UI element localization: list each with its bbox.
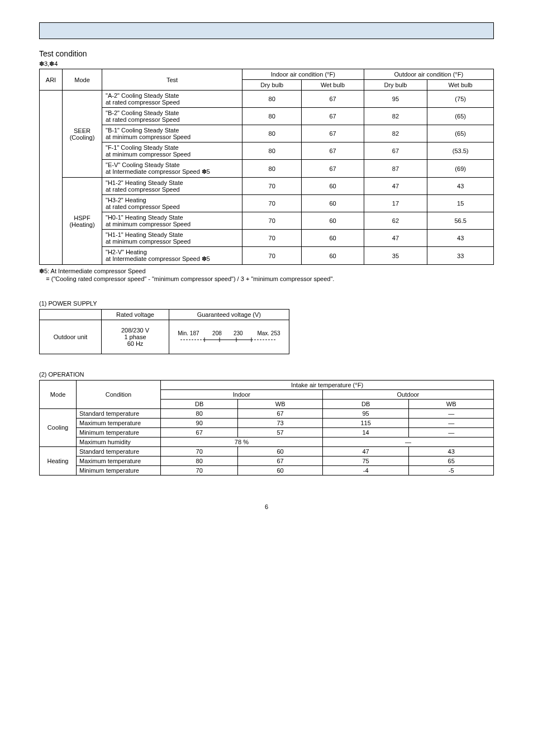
cell-val: —: [409, 408, 494, 418]
cell-val: 35: [364, 247, 427, 265]
th-mode: Mode: [63, 69, 102, 91]
cell-val: 60: [302, 230, 364, 247]
cell-val: 82: [364, 125, 427, 142]
cell-val: 60: [302, 247, 364, 265]
cell-val: 67: [302, 125, 364, 142]
th-outdoor: Outdoor air condition (°F): [364, 69, 493, 80]
cell-cond: Standard temperature: [77, 446, 161, 456]
cell-val: 70: [242, 230, 302, 247]
cell-val: 78 %: [161, 437, 323, 446]
cell-val: 75: [322, 456, 409, 465]
cell-val: 95: [364, 91, 427, 108]
th-dry-2: Dry bulb: [364, 80, 427, 91]
gauge-max: Max. 253: [250, 330, 280, 336]
gauge-208: 208: [207, 330, 227, 336]
cell-val: 67: [364, 142, 427, 160]
cell-val: 43: [427, 178, 494, 195]
cell-val: (53.5): [427, 142, 494, 160]
cell-val: 60: [238, 446, 322, 456]
cell-val: 70: [242, 247, 302, 265]
cell-val: 60: [302, 195, 364, 212]
cell-val: —: [409, 427, 494, 437]
cell-test: "A-2" Cooling Steady State at rated comp…: [102, 91, 242, 108]
cell-val: 60: [238, 465, 322, 475]
footnote: ✽5: At Intermediate compressor Speed = (…: [39, 267, 494, 283]
th-idb: DB: [161, 399, 238, 408]
table-row: "F-1" Cooling Steady State at minimum co…: [40, 142, 494, 160]
cell-val: 87: [364, 160, 427, 178]
cell-val: 17: [364, 195, 427, 212]
cell-val: -4: [322, 465, 409, 475]
th-blank: [40, 309, 102, 320]
cell-val: 62: [364, 212, 427, 230]
cell-val: 33: [427, 247, 494, 265]
cell-val: 70: [242, 212, 302, 230]
cell-val: 70: [161, 446, 238, 456]
header-bar: [39, 22, 494, 39]
th-owb: WB: [409, 399, 494, 408]
power-table: Rated voltage Guaranteed voltage (V) Out…: [39, 309, 289, 354]
cell-val: 70: [242, 178, 302, 195]
table-row: "B-1" Cooling Steady State at minimum co…: [40, 125, 494, 142]
cell-cond: Minimum temperature: [77, 427, 161, 437]
cell-test: "F-1" Cooling Steady State at minimum co…: [102, 142, 242, 160]
cell-seer: SEER (Cooling): [63, 91, 102, 178]
cell-val: —: [322, 437, 493, 446]
cell-test: "E-V" Cooling Steady State at Intermedia…: [102, 160, 242, 178]
cell-val: (65): [427, 125, 494, 142]
cell-val: 14: [322, 427, 409, 437]
cell-cond: Maximum temperature: [77, 418, 161, 427]
gauge-line-icon: [178, 336, 278, 343]
cell-val: 67: [302, 142, 364, 160]
table-row: Maximum temperature80677565: [40, 456, 494, 465]
cell-val: 67: [302, 108, 364, 125]
table-row: HSPF (Heating)"H1-2" Heating Steady Stat…: [40, 178, 494, 195]
operation-table: Mode Condition Intake air temperature (°…: [39, 380, 494, 476]
cell-test: "H2-V" Heating at Intermediate compresso…: [102, 247, 242, 265]
cell-val: 80: [242, 91, 302, 108]
table-row: "H2-V" Heating at Intermediate compresso…: [40, 247, 494, 265]
cell-val: 67: [238, 408, 322, 418]
cell-val: 80: [161, 456, 238, 465]
table-row: Maximum temperature9073115—: [40, 418, 494, 427]
cell-val: 73: [238, 418, 322, 427]
table-row: HeatingStandard temperature70604743: [40, 446, 494, 456]
cell-test: "H1-2" Heating Steady State at rated com…: [102, 178, 242, 195]
gauge-230: 230: [229, 330, 248, 336]
th-dry-1: Dry bulb: [242, 80, 302, 91]
table-row: "B-2" Cooling Steady State at rated comp…: [40, 108, 494, 125]
cell-val: 67: [302, 91, 364, 108]
table-row: Maximum humidity78 %—: [40, 437, 494, 446]
th-op-mode: Mode: [40, 380, 77, 408]
cell-val: 43: [427, 230, 494, 247]
cell-val: 60: [302, 212, 364, 230]
cell-cooling: Cooling: [40, 408, 77, 446]
th-guaranteed: Guaranteed voltage (V): [169, 309, 289, 320]
table-row: "E-V" Cooling Steady State at Intermedia…: [40, 160, 494, 178]
cell-val: 115: [322, 418, 409, 427]
cell-test: "B-2" Cooling Steady State at rated comp…: [102, 108, 242, 125]
th-iwb: WB: [238, 399, 322, 408]
cell-val: 47: [322, 446, 409, 456]
footnote-line1: ✽5: At Intermediate compressor Speed: [39, 268, 146, 274]
table-row: CoolingStandard temperature806795—: [40, 408, 494, 418]
cell-cond: Minimum temperature: [77, 465, 161, 475]
cell-val: 80: [242, 142, 302, 160]
cell-val: (69): [427, 160, 494, 178]
th-intake: Intake air temperature (°F): [161, 380, 494, 389]
th-indoor: Indoor air condition (°F): [242, 69, 364, 80]
th-op-outdoor: Outdoor: [322, 389, 493, 399]
cell-rated: 208/230 V 1 phase 60 Hz: [102, 320, 169, 354]
cell-unit: Outdoor unit: [40, 320, 102, 354]
th-op-cond: Condition: [77, 380, 161, 408]
table-row: "H1-1" Heating Steady State at minimum c…: [40, 230, 494, 247]
cell-val: 47: [364, 230, 427, 247]
cell-hspf: HSPF (Heating): [63, 178, 102, 265]
cell-val: 67: [161, 427, 238, 437]
cell-test: "B-1" Cooling Steady State at minimum co…: [102, 125, 242, 142]
cell-val: 67: [302, 160, 364, 178]
footnote-line2: = ("Cooling rated compressor speed" - "m…: [46, 275, 334, 282]
cell-val: 90: [161, 418, 238, 427]
cell-heating: Heating: [40, 446, 77, 475]
cell-val: 65: [409, 456, 494, 465]
